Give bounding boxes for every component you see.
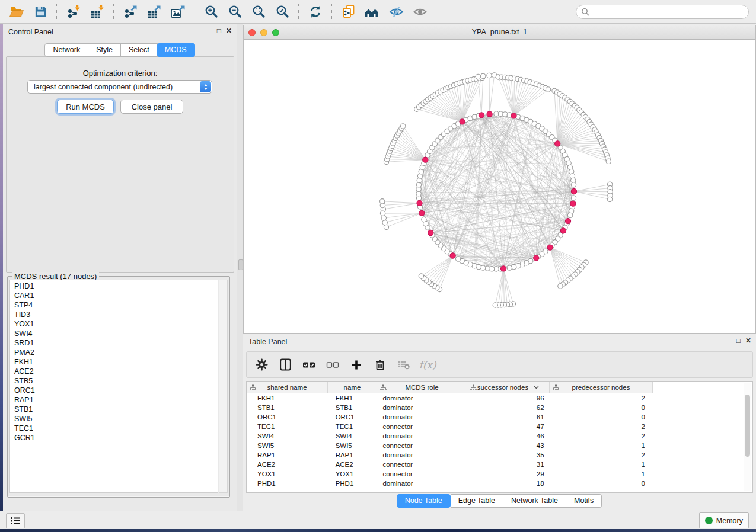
mcds-result-item[interactable]: PMA2 bbox=[14, 348, 218, 357]
table-row[interactable]: SWI5SWI5connector431 bbox=[247, 441, 652, 450]
table-cell: 43 bbox=[467, 442, 549, 449]
zoom-out-button[interactable] bbox=[223, 2, 247, 22]
mcds-result-item[interactable]: SWI5 bbox=[14, 414, 218, 424]
export-image-button[interactable] bbox=[166, 2, 190, 22]
table-cell: 96 bbox=[467, 395, 549, 402]
table-tab-node-table[interactable]: Node Table bbox=[397, 494, 451, 508]
list-icon bbox=[10, 517, 21, 525]
tab-mcds[interactable]: MCDS bbox=[157, 43, 195, 57]
tab-select[interactable]: Select bbox=[121, 43, 158, 57]
column-header-shared-name[interactable]: shared name bbox=[247, 382, 328, 393]
table-cell: 2 bbox=[549, 451, 652, 459]
table-cell: dominator bbox=[377, 414, 467, 421]
memory-label: Memory bbox=[716, 517, 743, 525]
mcds-result-item[interactable]: ORC1 bbox=[14, 386, 218, 395]
table-cell: 1 bbox=[549, 461, 652, 468]
import-network-button[interactable] bbox=[62, 2, 85, 22]
close-panel-icon[interactable]: ✕ bbox=[226, 27, 232, 35]
trash-icon bbox=[374, 358, 386, 371]
hide-selected-button[interactable] bbox=[384, 2, 408, 22]
table-cell: connector bbox=[377, 442, 467, 449]
mcds-result-item[interactable]: STB5 bbox=[14, 376, 218, 386]
close-panel-button[interactable]: Close panel bbox=[120, 100, 183, 114]
show-columns-button[interactable] bbox=[277, 357, 293, 373]
mcds-result-item[interactable]: SRD1 bbox=[14, 338, 218, 348]
open-session-button[interactable] bbox=[5, 2, 28, 22]
column-header-predecessor-nodes[interactable]: predecessor nodes bbox=[550, 382, 653, 393]
optimization-criterion-label: Optimization criterion: bbox=[7, 69, 234, 78]
memory-button[interactable]: Memory bbox=[699, 512, 749, 528]
mcds-tab-pane: Optimization criterion: largest connecte… bbox=[6, 56, 234, 273]
divider-grip[interactable] bbox=[238, 259, 243, 270]
mcds-result-item[interactable]: FKH1 bbox=[14, 357, 218, 367]
mcds-result-item[interactable]: STP4 bbox=[14, 300, 218, 310]
mcds-result-item[interactable]: CAR1 bbox=[14, 291, 218, 300]
create-column-button[interactable] bbox=[349, 357, 364, 373]
table-delete-icon bbox=[397, 359, 410, 370]
import-table-button[interactable] bbox=[85, 2, 109, 22]
table-tab-edge-table[interactable]: Edge Table bbox=[451, 494, 503, 508]
table-row[interactable]: ORC1ORC1dominator610 bbox=[247, 412, 652, 422]
table-row[interactable]: ACE2ACE2connector311 bbox=[247, 460, 652, 469]
tab-network[interactable]: Network bbox=[44, 43, 88, 57]
mcds-result-item[interactable]: TID3 bbox=[14, 310, 218, 319]
mcds-result-scrollbar[interactable] bbox=[219, 280, 228, 493]
mcds-result-item[interactable]: SWI4 bbox=[14, 329, 218, 338]
mcds-result-item[interactable]: TEC1 bbox=[14, 424, 218, 433]
table-row[interactable]: PHD1PHD1dominator180 bbox=[247, 479, 652, 488]
table-vertical-scrollbar[interactable] bbox=[744, 383, 751, 491]
duplicate-network-button[interactable] bbox=[337, 2, 361, 22]
scrollbar-thumb[interactable] bbox=[745, 395, 750, 457]
split-pane-divider[interactable] bbox=[237, 24, 243, 511]
float-panel-icon[interactable]: □ bbox=[217, 27, 221, 35]
table-row[interactable]: STB1STB1dominator620 bbox=[247, 403, 652, 412]
show-all-button[interactable] bbox=[408, 2, 432, 22]
save-session-button[interactable] bbox=[28, 2, 52, 22]
table-cell: TEC1 bbox=[247, 423, 328, 430]
refresh-layout-button[interactable] bbox=[304, 2, 327, 22]
search-field[interactable] bbox=[576, 5, 749, 19]
zoom-in-button[interactable] bbox=[199, 2, 223, 22]
table-tabs: Node TableEdge TableNetwork TableMotifs bbox=[243, 494, 756, 508]
deselect-all-button[interactable] bbox=[325, 357, 340, 373]
mcds-result-list[interactable]: PHD1CAR1STP4TID3YOX1SWI4SRD1PMA2FKH1ACE2… bbox=[9, 280, 218, 493]
search-input[interactable] bbox=[593, 7, 744, 17]
column-header-successor-nodes[interactable]: successor nodes bbox=[467, 382, 550, 393]
close-panel-icon[interactable]: ✕ bbox=[745, 336, 751, 345]
network-canvas[interactable] bbox=[244, 40, 755, 333]
column-header-name[interactable]: name bbox=[328, 382, 377, 393]
tab-style[interactable]: Style bbox=[88, 43, 121, 57]
mcds-result-item[interactable]: RAP1 bbox=[14, 395, 218, 405]
table-tab-motifs[interactable]: Motifs bbox=[566, 494, 602, 508]
mcds-result-item[interactable]: ACE2 bbox=[14, 367, 218, 376]
zoom-fit-button[interactable] bbox=[247, 2, 270, 22]
first-neighbors-button[interactable] bbox=[361, 2, 384, 22]
network-window-titlebar[interactable]: YPA_prune.txt_1 bbox=[244, 25, 755, 40]
table-settings-button[interactable] bbox=[254, 357, 269, 373]
export-table-button[interactable] bbox=[142, 2, 166, 22]
mcds-result-item[interactable]: YOX1 bbox=[14, 319, 218, 329]
table-row[interactable]: FKH1FKH1dominator962 bbox=[247, 393, 652, 403]
table-row[interactable]: YOX1YOX1connector291 bbox=[247, 469, 652, 479]
eye-icon bbox=[413, 5, 428, 19]
export-network-button[interactable] bbox=[119, 2, 142, 22]
table-tab-network-table[interactable]: Network Table bbox=[503, 494, 566, 508]
table-row[interactable]: SWI4SWI4dominator462 bbox=[247, 431, 652, 441]
delete-column-button[interactable] bbox=[372, 357, 388, 373]
mcds-result-item[interactable]: PHD1 bbox=[14, 281, 218, 291]
task-history-button[interactable] bbox=[6, 513, 25, 528]
mcds-result-item[interactable]: STB1 bbox=[14, 405, 218, 414]
table-cell: connector bbox=[377, 470, 467, 477]
criterion-dropdown[interactable]: largest connected component (undirected) bbox=[27, 80, 212, 94]
run-mcds-button[interactable]: Run MCDS bbox=[57, 100, 114, 114]
table-cell: 62 bbox=[467, 404, 549, 411]
zoom-selected-button[interactable] bbox=[270, 2, 294, 22]
column-header-MCDS-role[interactable]: MCDS role bbox=[377, 382, 467, 393]
table-row[interactable]: TEC1TEC1connector472 bbox=[247, 422, 652, 431]
select-all-button[interactable] bbox=[301, 357, 317, 373]
float-panel-icon[interactable]: □ bbox=[736, 336, 741, 345]
network-window-title: YPA_prune.txt_1 bbox=[244, 28, 755, 36]
mcds-result-item[interactable]: GCR1 bbox=[14, 433, 218, 443]
status-bar: Memory bbox=[0, 511, 756, 529]
table-row[interactable]: RAP1RAP1dominator352 bbox=[247, 450, 652, 460]
